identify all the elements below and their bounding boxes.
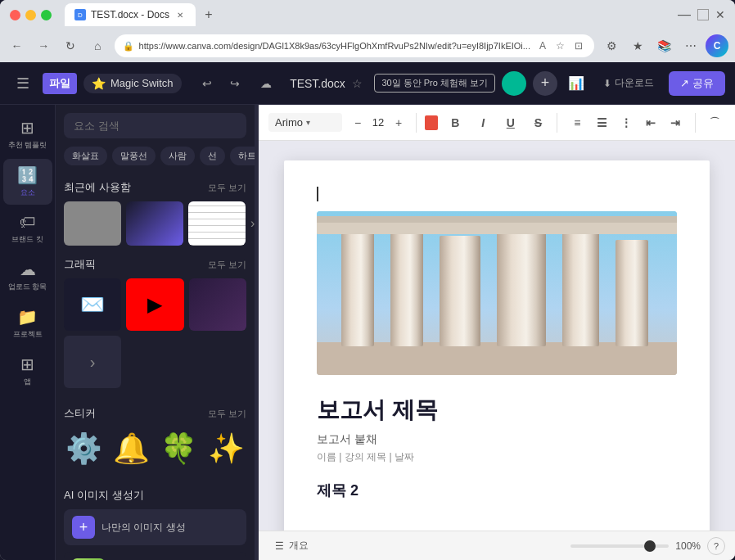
- lock-icon: 🔒: [123, 41, 134, 52]
- graphic-item-next[interactable]: ›: [64, 336, 121, 388]
- sticker-gear[interactable]: ⚙️: [64, 427, 103, 470]
- magic-star-icon: ⭐: [92, 77, 106, 90]
- graphic-item-2[interactable]: ▶: [126, 278, 183, 331]
- filter-line[interactable]: 선: [200, 147, 225, 165]
- graphic-item-3[interactable]: [189, 278, 246, 331]
- filter-person[interactable]: 사람: [160, 147, 195, 165]
- recent-item-3[interactable]: [188, 201, 246, 246]
- analytics-button[interactable]: 📊: [564, 71, 588, 96]
- save-button[interactable]: ☁: [254, 71, 278, 96]
- share-button[interactable]: ↗ 공유: [669, 71, 725, 96]
- font-size-decrease[interactable]: −: [349, 114, 367, 132]
- stickers-see-all[interactable]: 모두 보기: [208, 408, 246, 420]
- more-icon[interactable]: ⋯: [679, 34, 702, 57]
- tab-close-button[interactable]: ✕: [174, 9, 186, 20]
- document-title[interactable]: TEST.docx: [290, 77, 345, 90]
- sticker-grid: ⚙️ 🔔 🍀 ✨: [64, 427, 246, 476]
- download-button[interactable]: ⬇ 다운로드: [595, 71, 662, 95]
- user-avatar[interactable]: [502, 71, 526, 96]
- font-size-value[interactable]: 12: [368, 116, 388, 129]
- italic-button[interactable]: I: [472, 111, 494, 134]
- document-meta: 이름 | 강의 제목 | 날짜: [317, 450, 677, 464]
- trial-badge[interactable]: 30일 동안 Pro 체험해 보기: [374, 74, 495, 93]
- projects-icon: 📁: [17, 307, 38, 327]
- window-close-icon[interactable]: ✕: [715, 8, 725, 21]
- list-button[interactable]: ☰: [590, 111, 613, 134]
- window-restore-icon[interactable]: [697, 9, 709, 20]
- favorites-icon[interactable]: ★: [627, 34, 650, 57]
- sidebar-item-brand[interactable]: 🏷 브랜드 킷: [3, 206, 52, 251]
- text-color-picker[interactable]: [425, 115, 439, 130]
- sidebar-item-elements[interactable]: 🔢 요소: [3, 159, 52, 205]
- home-button[interactable]: ⌂: [88, 34, 108, 57]
- filter-heart[interactable]: 하트: [230, 147, 255, 165]
- align-left-button[interactable]: ≡: [566, 111, 588, 134]
- translate-icon[interactable]: A: [535, 38, 550, 53]
- help-button[interactable]: ?: [707, 537, 725, 555]
- zoom-slider[interactable]: [570, 544, 669, 548]
- sticker-sparkles[interactable]: ✨: [207, 427, 246, 470]
- sticker-clover[interactable]: 🍀: [160, 427, 199, 470]
- collections-icon[interactable]: 📚: [653, 34, 676, 57]
- outline-button[interactable]: ☰ 개요: [268, 535, 315, 556]
- graphics-see-all[interactable]: 모두 보기: [208, 259, 246, 271]
- filter-speech[interactable]: 말풍선: [112, 147, 156, 165]
- redo-button[interactable]: ↪: [223, 71, 247, 96]
- canva-extension-icon[interactable]: C: [706, 34, 728, 57]
- numbered-list-button[interactable]: ⋮: [615, 111, 638, 134]
- sidebar-label-apps: 앱: [24, 377, 31, 387]
- address-bar[interactable]: 🔒 https://www.canva.com/design/DAGl1X8k9…: [115, 34, 594, 57]
- editor-toolbar: Arimo ▾ − 12 + B I U S: [259, 105, 735, 141]
- active-tab[interactable]: D TEST.docx - Docs ✕: [65, 3, 196, 26]
- graphics-section: 그래픽 모두 보기 ✉️ ▶ ›: [56, 251, 255, 400]
- recent-see-all[interactable]: 모두 보기: [208, 182, 246, 194]
- document-title-h1: 보고서 제목: [317, 395, 677, 426]
- sidebar-item-templates[interactable]: ⊞ 추천 템플릿: [3, 111, 52, 157]
- strikethrough-button[interactable]: S: [528, 111, 549, 134]
- ai-generate-button[interactable]: + 나만의 이미지 생성: [64, 509, 246, 545]
- bold-button[interactable]: B: [444, 111, 466, 134]
- font-size-control: − 12 +: [349, 114, 408, 132]
- zoom-thumb[interactable]: [644, 540, 656, 552]
- recent-item-1[interactable]: [64, 201, 121, 246]
- close-button[interactable]: [10, 10, 20, 20]
- maximize-button[interactable]: [41, 10, 52, 20]
- favorite-star-icon[interactable]: ☆: [352, 77, 363, 90]
- underline-button[interactable]: U: [500, 111, 521, 134]
- filter-arrow[interactable]: 화살표: [64, 147, 107, 165]
- document-section-2: 제목 2: [317, 481, 677, 500]
- settings-icon[interactable]: ⚙: [601, 34, 624, 57]
- sticker-bell[interactable]: 🔔: [111, 427, 151, 470]
- search-input[interactable]: [64, 113, 246, 138]
- sidebar-item-projects[interactable]: 📁 프로젝트: [3, 300, 52, 346]
- svg-rect-9: [317, 216, 677, 223]
- file-menu[interactable]: 파일: [43, 73, 77, 94]
- ai-prompt-1[interactable]: "꽃이 핀 숲에 없는 귀여운 애니메이션 고양이": [64, 552, 246, 560]
- document-page[interactable]: 보고서 제목 보고서 붙채 이름 | 강의 제목 | 날짜 제목 2: [284, 160, 710, 531]
- new-tab-button[interactable]: +: [199, 5, 219, 25]
- add-collaborator-button[interactable]: +: [533, 71, 557, 96]
- ai-section: AI 이미지 생성기 + 나만의 이미지 생성 "꽃이 핀 숲에 없는 귀여운 …: [56, 481, 255, 560]
- font-selector[interactable]: Arimo ▾: [268, 113, 342, 132]
- window-minimize-icon[interactable]: —: [678, 7, 691, 22]
- recent-item-2[interactable]: [126, 201, 183, 246]
- recent-next-arrow[interactable]: ›: [250, 201, 255, 246]
- indent-increase-button[interactable]: ⇥: [664, 111, 687, 134]
- star-icon[interactable]: ☆: [553, 38, 568, 53]
- effects-button[interactable]: ⌒: [704, 111, 725, 134]
- back-button[interactable]: ←: [7, 34, 27, 57]
- forward-button[interactable]: →: [34, 34, 54, 57]
- magic-switch-button[interactable]: ⭐ Magic Switch: [83, 74, 182, 93]
- bookmark-icon[interactable]: ⊡: [571, 38, 586, 53]
- refresh-button[interactable]: ↻: [61, 34, 81, 57]
- indent-decrease-button[interactable]: ⇤: [639, 111, 662, 134]
- sidebar-item-apps[interactable]: ⊞ 앱: [3, 348, 52, 394]
- svg-rect-4: [440, 236, 480, 346]
- minimize-button[interactable]: [25, 10, 36, 20]
- sidebar-item-uploads[interactable]: ☁ 업로드 항목: [3, 253, 52, 299]
- graphic-item-1[interactable]: ✉️: [64, 278, 121, 331]
- font-size-increase[interactable]: +: [390, 114, 408, 132]
- undo-button[interactable]: ↩: [195, 71, 219, 96]
- menu-icon[interactable]: ☰: [10, 70, 36, 97]
- font-name: Arimo: [275, 116, 303, 129]
